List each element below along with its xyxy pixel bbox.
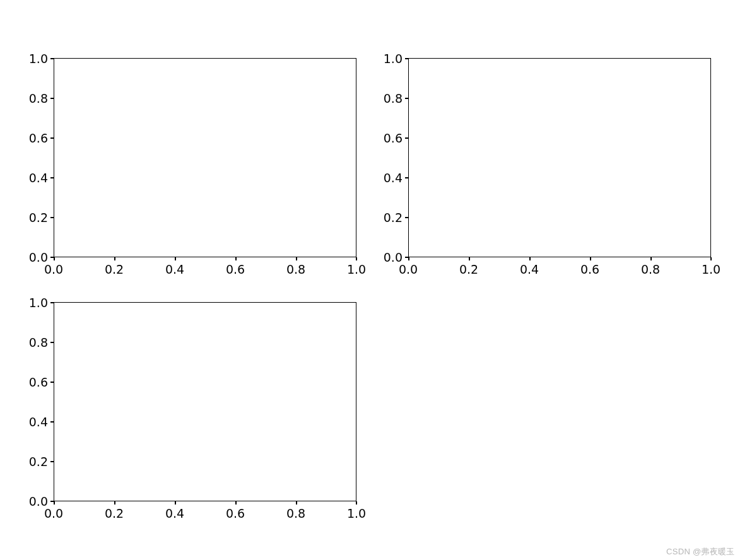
xtick-label: 0.4 — [165, 264, 184, 276]
xtick-mark — [408, 257, 409, 260]
xtick-mark — [529, 257, 531, 260]
ytick-label: 0.8 — [25, 93, 48, 105]
ytick-mark — [50, 421, 54, 423]
subplot-2: 0.0 0.2 0.4 0.6 0.8 1.0 0.0 0.2 0.4 0.6 … — [408, 58, 711, 257]
xtick-label: 1.0 — [347, 264, 366, 276]
ytick-label: 0.2 — [380, 212, 403, 224]
ytick-mark — [50, 177, 54, 178]
ytick-mark — [50, 342, 54, 343]
plot-area-3 — [54, 302, 356, 501]
ytick-label: 0.8 — [380, 93, 403, 105]
ytick-label: 1.0 — [25, 53, 48, 65]
xtick-label: 0.8 — [286, 264, 305, 276]
ytick-mark — [50, 217, 54, 218]
ytick-label: 0.6 — [380, 132, 403, 144]
xtick-label: 0.4 — [520, 264, 539, 276]
xtick-mark — [54, 501, 55, 505]
ytick-label: 1.0 — [380, 53, 403, 65]
xtick-label: 0.2 — [459, 264, 478, 276]
xtick-mark — [650, 257, 652, 260]
xtick-label: 0.8 — [286, 508, 305, 520]
ytick-label: 1.0 — [25, 297, 48, 309]
ytick-label: 0.6 — [25, 132, 48, 144]
ytick-label: 0.4 — [380, 172, 403, 184]
plot-area-1 — [54, 58, 356, 257]
xtick-label: 0.0 — [44, 264, 63, 276]
subplot-1: 0.0 0.2 0.4 0.6 0.8 1.0 0.0 0.2 0.4 0.6 … — [54, 58, 356, 257]
ytick-label: 0.8 — [25, 337, 48, 349]
ytick-label: 0.0 — [380, 252, 403, 264]
xtick-mark — [175, 257, 176, 260]
xtick-label: 0.0 — [399, 264, 418, 276]
xtick-mark — [175, 501, 176, 505]
xtick-mark — [114, 257, 115, 260]
ytick-mark — [405, 98, 408, 99]
xtick-mark — [356, 257, 357, 260]
ytick-label: 0.2 — [25, 212, 48, 224]
figure: 0.0 0.2 0.4 0.6 0.8 1.0 0.0 0.2 0.4 0.6 … — [0, 0, 747, 560]
xtick-mark — [235, 257, 237, 260]
ytick-label: 0.4 — [25, 416, 48, 428]
xtick-label: 0.4 — [165, 508, 184, 520]
ytick-label: 0.2 — [25, 456, 48, 468]
xtick-label: 0.6 — [226, 264, 245, 276]
ytick-label: 0.0 — [25, 496, 48, 508]
ytick-mark — [50, 137, 54, 139]
ytick-label: 0.6 — [25, 376, 48, 388]
xtick-mark — [235, 501, 237, 505]
xtick-label: 1.0 — [347, 508, 366, 520]
xtick-label: 0.8 — [641, 264, 660, 276]
ytick-mark — [50, 461, 54, 462]
xtick-label: 0.2 — [105, 508, 124, 520]
ytick-mark — [405, 58, 408, 59]
xtick-label: 0.2 — [105, 264, 124, 276]
ytick-mark — [405, 137, 408, 139]
xtick-label: 0.0 — [44, 508, 63, 520]
xtick-mark — [710, 257, 712, 260]
ytick-label: 0.4 — [25, 172, 48, 184]
ytick-mark — [405, 217, 408, 218]
xtick-mark — [296, 257, 297, 260]
watermark: CSDN @弗夜暖玉ゞ — [666, 546, 743, 557]
xtick-label: 1.0 — [702, 264, 721, 276]
xtick-mark — [114, 501, 115, 505]
xtick-mark — [590, 257, 591, 260]
xtick-mark — [356, 501, 357, 505]
ytick-mark — [50, 302, 54, 303]
xtick-mark — [296, 501, 297, 505]
ytick-mark — [405, 177, 408, 178]
xtick-mark — [469, 257, 470, 260]
ytick-mark — [50, 382, 54, 383]
xtick-label: 0.6 — [226, 508, 245, 520]
subplot-3: 0.0 0.2 0.4 0.6 0.8 1.0 0.0 0.2 0.4 0.6 … — [54, 302, 356, 501]
ytick-mark — [50, 58, 54, 59]
xtick-label: 0.6 — [580, 264, 599, 276]
plot-area-2 — [408, 58, 711, 257]
xtick-mark — [54, 257, 55, 260]
ytick-label: 0.0 — [25, 252, 48, 264]
ytick-mark — [50, 98, 54, 99]
